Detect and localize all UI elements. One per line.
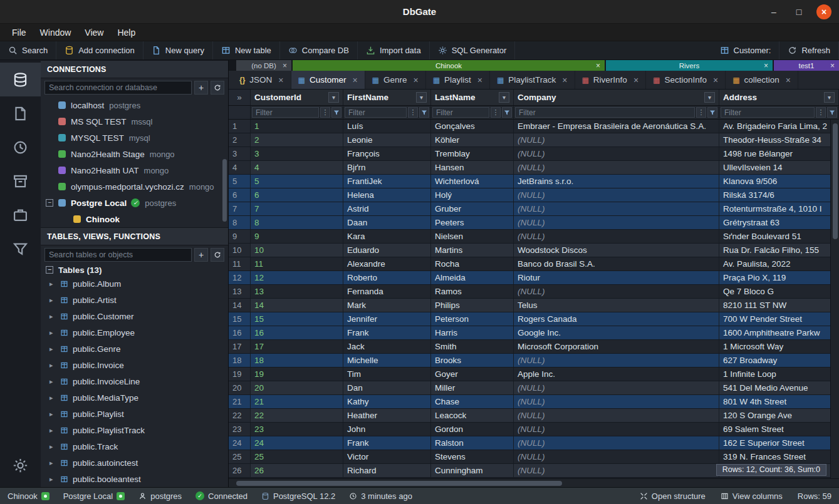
column-header[interactable]: Company ▾	[514, 90, 719, 105]
row-number[interactable]: 1	[229, 120, 251, 133]
cell-customerid[interactable]: 24	[251, 436, 343, 450]
tab[interactable]: ▦ collection ×	[726, 71, 798, 89]
table-item[interactable]: ▸ public.Customer	[41, 308, 228, 324]
chevron-right-icon[interactable]: ▸	[50, 443, 56, 451]
cell-firstname[interactable]: Helena	[343, 188, 431, 202]
context-tab-button[interactable]: Customer:	[712, 41, 780, 59]
cell-firstname[interactable]: Eduardo	[343, 244, 431, 257]
cell-firstname[interactable]: Dan	[343, 381, 431, 394]
cell-address[interactable]: Grétrystraat 63	[719, 216, 839, 229]
table-row[interactable]: 19 19 Tim Goyer Apple Inc. 1 Infinite Lo…	[229, 368, 839, 381]
connection-item[interactable]: − MYSQL TEST ✓ mysql	[41, 130, 228, 146]
cell-firstname[interactable]: Tim	[343, 368, 431, 381]
connection-item[interactable]: − Nano2Health UAT ✓ mongo	[41, 162, 228, 178]
table-row[interactable]: 24 24 Frank Ralston (NULL) 162 E Superio…	[229, 436, 839, 450]
row-number[interactable]: 2	[229, 133, 251, 147]
row-number[interactable]: 13	[229, 285, 251, 298]
cell-customerid[interactable]: 10	[251, 244, 343, 257]
cell-firstname[interactable]: Richard	[343, 464, 431, 477]
cell-lastname[interactable]: Rocha	[431, 257, 514, 270]
cell-customerid[interactable]: 21	[251, 395, 343, 408]
cell-customerid[interactable]: 26	[251, 464, 343, 477]
cell-lastname[interactable]: Gruber	[431, 202, 514, 215]
table-row[interactable]: 4 4 Bjґrn Hansen (NULL) UllevІlsveien 14	[229, 161, 839, 175]
cell-company[interactable]: (NULL)	[514, 230, 719, 243]
filter-input[interactable]	[432, 107, 489, 118]
cell-lastname[interactable]: Hansen	[431, 161, 514, 174]
chevron-right-icon[interactable]: ▸	[50, 426, 56, 435]
table-item[interactable]: ▸ public.autoinctest	[41, 455, 228, 471]
connection-item[interactable]: − Postgre Local ✓ postgres	[41, 195, 228, 211]
row-number[interactable]: 16	[229, 326, 251, 339]
cell-lastname[interactable]: Peeters	[431, 216, 514, 229]
cell-company[interactable]: Woodstock Discos	[514, 244, 719, 257]
cell-company[interactable]: Banco do Brasil S.A.	[514, 257, 719, 270]
cell-lastname[interactable]: Brooks	[431, 354, 514, 367]
cell-lastname[interactable]: Miller	[431, 381, 514, 394]
cell-customerid[interactable]: 15	[251, 312, 343, 326]
cell-customerid[interactable]: 11	[251, 257, 343, 270]
chevron-right-icon[interactable]: ▸	[50, 394, 56, 402]
cell-company[interactable]: Apple Inc.	[514, 368, 719, 381]
row-number[interactable]: 15	[229, 312, 251, 326]
table-row[interactable]: 5 5 FrantiЈek Wichterlová JetBrains s.r.…	[229, 175, 839, 188]
column-header[interactable]: CustomerId ▾	[251, 90, 343, 105]
cell-firstname[interactable]: François	[343, 147, 431, 160]
cell-firstname[interactable]: John	[343, 423, 431, 436]
plugins-view-button[interactable]	[0, 198, 41, 232]
tab[interactable]: ▦ SectionInfo ×	[646, 71, 726, 89]
cell-address[interactable]: 801 W 4th Street	[719, 395, 839, 408]
cell-firstname[interactable]: Leonie	[343, 133, 431, 147]
cell-company[interactable]: Riotur	[514, 271, 719, 284]
close-icon[interactable]: ×	[477, 75, 482, 85]
close-icon[interactable]: ×	[713, 75, 718, 85]
row-number[interactable]: 17	[229, 340, 251, 353]
cell-customerid[interactable]: 19	[251, 368, 343, 381]
new-table-button[interactable]: New table	[213, 41, 280, 59]
chevron-right-icon[interactable]: ▸	[50, 345, 56, 353]
cell-firstname[interactable]: Mark	[343, 299, 431, 312]
tab[interactable]: ▦ Customer ×	[291, 71, 365, 89]
filter-funnel-icon[interactable]	[419, 107, 429, 118]
cell-company[interactable]: (NULL)	[514, 161, 719, 174]
cell-customerid[interactable]: 4	[251, 161, 343, 174]
chevron-right-icon[interactable]: ▸	[50, 329, 56, 337]
cell-address[interactable]: Av. Paulista, 2022	[719, 257, 839, 270]
column-header[interactable]: Address ▾	[719, 90, 839, 105]
connection-item[interactable]: − MS SQL TEST ✓ mssql	[41, 113, 228, 130]
cell-customerid[interactable]: 13	[251, 285, 343, 298]
cell-firstname[interactable]: FrantiЈek	[343, 175, 431, 188]
column-header[interactable]: LastName ▾	[431, 90, 514, 105]
row-number[interactable]: 26	[229, 464, 251, 477]
cell-firstname[interactable]: Astrid	[343, 202, 431, 215]
history-view-button[interactable]	[0, 130, 41, 164]
connection-item[interactable]: − Chinook ✓	[41, 211, 228, 227]
filter-input[interactable]	[252, 107, 319, 118]
cell-firstname[interactable]: Luís	[343, 120, 431, 133]
horizontal-scrollbar-thumb[interactable]	[236, 481, 562, 486]
close-icon[interactable]: ×	[830, 61, 835, 70]
cell-lastname[interactable]: Chase	[431, 395, 514, 408]
table-row[interactable]: 25 25 Victor Stevens (NULL) 319 N. Franc…	[229, 450, 839, 464]
cell-firstname[interactable]: Frank	[343, 326, 431, 339]
column-dropdown-icon[interactable]: ▾	[499, 92, 509, 103]
chevron-right-icon[interactable]: ▸	[50, 361, 56, 369]
cell-company[interactable]: Microsoft Corporation	[514, 340, 719, 353]
cell-lastname[interactable]: Leacock	[431, 409, 514, 422]
filter-input[interactable]	[345, 107, 407, 118]
close-icon[interactable]: ×	[413, 75, 418, 85]
chevron-right-icon[interactable]: ▸	[50, 296, 56, 304]
row-number[interactable]: 8	[229, 216, 251, 229]
cell-lastname[interactable]: Harris	[431, 326, 514, 339]
cell-lastname[interactable]: Holý	[431, 188, 514, 202]
table-row[interactable]: 1 1 Luís Gonçalves Embraer - Empresa Bra…	[229, 120, 839, 133]
table-row[interactable]: 22 22 Heather Leacock (NULL) 120 S Orang…	[229, 409, 839, 423]
row-number[interactable]: 18	[229, 354, 251, 367]
row-number[interactable]: 22	[229, 409, 251, 422]
cell-firstname[interactable]: Daan	[343, 216, 431, 229]
table-row[interactable]: 2 2 Leonie Köhler (NULL) Theodor-Heuss-S…	[229, 133, 839, 147]
chevron-right-icon[interactable]: ▸	[50, 475, 56, 483]
table-row[interactable]: 12 12 Roberto Almeida Riotur Praça Pio X…	[229, 271, 839, 285]
row-number[interactable]: 23	[229, 423, 251, 436]
collapse-icon[interactable]: −	[46, 266, 53, 274]
